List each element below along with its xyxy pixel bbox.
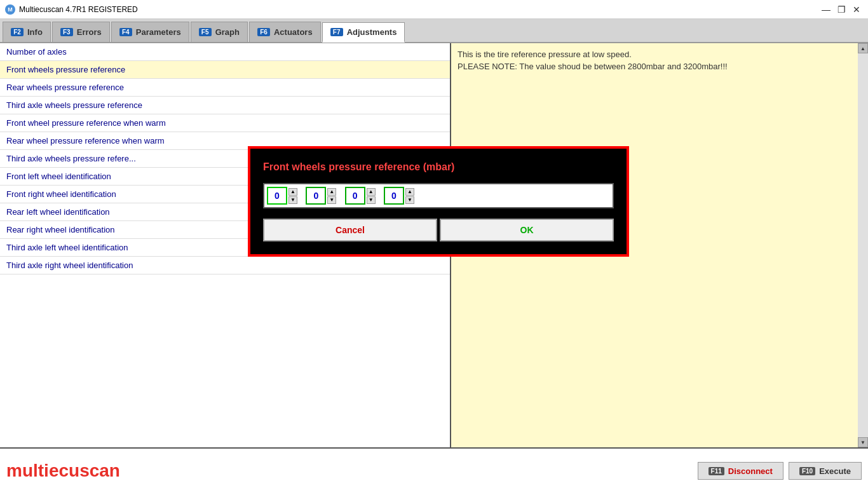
- disconnect-button[interactable]: F11 Disconnect: [698, 462, 783, 480]
- digit-input-3[interactable]: [384, 187, 404, 205]
- digit-input-2[interactable]: [345, 187, 365, 205]
- separator-3: -: [377, 190, 383, 201]
- tab-key-f3: F3: [60, 28, 73, 36]
- modal-dialog: Front wheels pressure reference (mbar) ▲…: [248, 146, 629, 257]
- info-text-2: PLEASE NOTE: The value shoud be between …: [458, 62, 862, 71]
- spin-up-2[interactable]: ▲: [367, 188, 376, 196]
- disconnect-label: Disconnect: [728, 466, 773, 476]
- execute-button[interactable]: F10 Execute: [789, 462, 862, 480]
- scroll-down-button[interactable]: ▼: [858, 437, 868, 447]
- list-item[interactable]: Third axle right wheel identification: [0, 257, 450, 274]
- tab-key-f4: F4: [119, 28, 132, 36]
- digit-spinner-3[interactable]: ▲ ▼: [405, 188, 414, 204]
- tab-info[interactable]: F2 Info: [3, 22, 51, 42]
- digit-box-1: ▲ ▼: [306, 187, 336, 205]
- list-item[interactable]: Third axle wheels pressure reference: [0, 97, 450, 114]
- digit-input-0[interactable]: [267, 187, 287, 205]
- logo-ecu: ecu: [49, 461, 79, 480]
- separator-1: -: [299, 190, 304, 201]
- list-item-label: Rear left wheel identification: [6, 207, 110, 217]
- digit-spinner-0[interactable]: ▲ ▼: [288, 188, 297, 204]
- list-item-label: Rear wheels pressure reference: [6, 83, 124, 92]
- logo-multi: multi: [6, 461, 49, 480]
- title-bar-left: M Multiecuscan 4.7R1 REGISTERED: [5, 4, 138, 15]
- spin-up-0[interactable]: ▲: [288, 188, 297, 196]
- execute-label: Execute: [819, 466, 851, 476]
- list-item-label: Third axle wheels pressure refere...: [6, 154, 136, 163]
- list-item-label: Number of axles: [6, 47, 67, 57]
- info-scrollbar[interactable]: ▲ ▼: [858, 43, 868, 447]
- list-item[interactable]: Front wheel pressure reference when warm: [0, 114, 450, 132]
- logo-scan: scan: [79, 461, 120, 480]
- tab-graph[interactable]: F5 Graph: [191, 22, 248, 42]
- spin-up-1[interactable]: ▲: [327, 188, 336, 196]
- tab-label-info: Info: [27, 27, 43, 37]
- digit-spinner-1[interactable]: ▲ ▼: [327, 188, 336, 204]
- tab-key-f5: F5: [199, 28, 212, 36]
- info-text-1: This is the tire reference pressure at l…: [458, 50, 862, 59]
- list-item-label: Front left wheel identification: [6, 172, 111, 181]
- tab-label-actuators: Actuators: [274, 27, 313, 37]
- list-item-label: Third axle right wheel identification: [6, 261, 133, 270]
- digit-box-3: ▲ ▼: [384, 187, 414, 205]
- list-item-label: Third axle left wheel identification: [6, 243, 128, 252]
- combined-bottom: multiecuscan F11 Disconnect F10 Execute: [0, 447, 868, 488]
- modal-cancel-button[interactable]: Cancel: [263, 219, 437, 241]
- separator-2: -: [337, 190, 343, 201]
- spin-up-3[interactable]: ▲: [405, 188, 414, 196]
- scroll-up-button[interactable]: ▲: [858, 43, 868, 53]
- list-item-label: Front wheel pressure reference when warm: [6, 118, 166, 128]
- close-button[interactable]: ✕: [850, 3, 863, 16]
- list-item-label: Front right wheel identification: [6, 189, 116, 199]
- list-item-selected[interactable]: Front wheels pressure reference: [0, 61, 450, 79]
- maximize-button[interactable]: ❐: [835, 3, 848, 16]
- title-bar-text: Multiecuscan 4.7R1 REGISTERED: [19, 5, 138, 14]
- tab-actuators[interactable]: F6 Actuators: [249, 22, 321, 42]
- list-item[interactable]: Number of axles: [0, 43, 450, 61]
- modal-input-row: ▲ ▼ - ▲ ▼ - ▲ ▼ -: [263, 183, 614, 208]
- tab-key-f2: F2: [11, 28, 24, 36]
- spin-down-3[interactable]: ▼: [405, 196, 414, 204]
- title-bar: M Multiecuscan 4.7R1 REGISTERED — ❐ ✕: [0, 0, 868, 19]
- app-logo-text: multiecuscan: [6, 461, 120, 481]
- tab-label-errors: Errors: [77, 27, 102, 37]
- list-item[interactable]: Rear wheels pressure reference: [0, 79, 450, 97]
- digit-box-0: ▲ ▼: [267, 187, 297, 205]
- list-item-label: Front wheels pressure reference: [6, 65, 125, 74]
- spin-down-1[interactable]: ▼: [327, 196, 336, 204]
- list-item-label: Third axle wheels pressure reference: [6, 100, 142, 110]
- tab-label-graph: Graph: [215, 27, 240, 37]
- tab-errors[interactable]: F3 Errors: [52, 22, 110, 42]
- title-bar-controls[interactable]: — ❐ ✕: [820, 3, 863, 16]
- digit-input-1[interactable]: [306, 187, 326, 205]
- digit-box-2: ▲ ▼: [345, 187, 376, 205]
- minimize-button[interactable]: —: [820, 3, 832, 16]
- tab-key-f7: F7: [330, 28, 343, 36]
- spin-down-0[interactable]: ▼: [288, 196, 297, 204]
- spin-down-2[interactable]: ▼: [367, 196, 376, 204]
- tab-bar: F2 Info F3 Errors F4 Parameters F5 Graph…: [0, 19, 868, 43]
- execute-key: F10: [799, 467, 815, 475]
- app-logo: M: [5, 4, 15, 15]
- modal-buttons: Cancel OK: [263, 219, 614, 241]
- tab-key-f6: F6: [257, 28, 270, 36]
- modal-ok-button[interactable]: OK: [440, 219, 614, 241]
- tab-adjustments[interactable]: F7 Adjustments: [322, 22, 405, 43]
- list-item-label: Rear right wheel identification: [6, 225, 115, 234]
- disconnect-key: F11: [709, 467, 724, 475]
- modal-title: Front wheels pressure reference (mbar): [263, 161, 614, 173]
- tab-parameters[interactable]: F4 Parameters: [111, 22, 189, 42]
- tab-label-parameters: Parameters: [136, 27, 181, 37]
- tab-label-adjustments: Adjustments: [347, 27, 397, 37]
- list-item-label: Rear wheel pressure reference when warm: [6, 136, 165, 146]
- digit-spinner-2[interactable]: ▲ ▼: [367, 188, 376, 204]
